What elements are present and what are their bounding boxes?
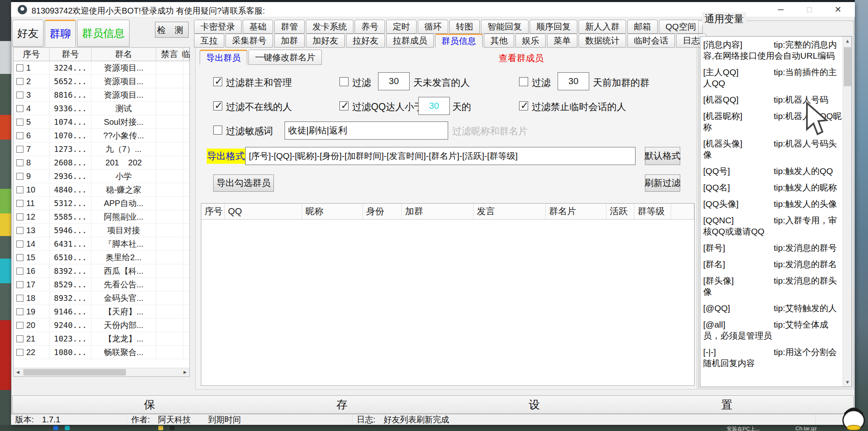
main-tab[interactable]: 群员信息 <box>435 34 483 48</box>
inner-tab[interactable]: 导出群员 <box>200 50 247 65</box>
horizontal-scrollbar[interactable]: ◄ ► <box>14 368 189 376</box>
row-checkbox[interactable] <box>16 268 23 275</box>
col-header-mute[interactable]: 禁言 <box>156 48 183 61</box>
group-row[interactable]: 15 6510... 奥里给2... <box>14 251 189 264</box>
variables-scrollbar[interactable]: ▲ ▼ <box>843 37 852 387</box>
variable-entry[interactable]: [机器头像]tip:机器人号码头像 <box>703 138 842 160</box>
left-tab[interactable]: 群聊 <box>45 20 76 47</box>
col-header-index[interactable]: 序号 <box>14 48 50 61</box>
maximize-button[interactable]: □ <box>797 2 822 17</box>
detect-button[interactable]: 检 测 <box>155 22 189 38</box>
main-tab[interactable]: 临时会话 <box>627 34 675 48</box>
mcol-active[interactable]: 活跃 <box>606 204 634 219</box>
main-tab[interactable]: 数据统计 <box>579 34 626 48</box>
scroll-up-icon[interactable]: ▲ <box>843 37 852 46</box>
group-row[interactable]: 20 9240... 天份内部... <box>14 319 189 332</box>
mcol-speak-time[interactable]: 发言 <box>474 204 546 219</box>
variable-entry[interactable]: [-|-]tip:用这个分割会随机回复内容 <box>703 346 842 369</box>
row-checkbox[interactable] <box>16 119 23 126</box>
group-row[interactable]: 22 1080... 畅联聚合... <box>14 346 189 359</box>
main-tab[interactable]: 转图 <box>449 20 480 34</box>
row-checkbox[interactable] <box>16 159 23 166</box>
left-tab[interactable]: 好友 <box>12 20 43 47</box>
row-checkbox[interactable] <box>16 254 23 261</box>
group-row[interactable]: 8 2608... 201 202 <box>14 156 189 170</box>
main-tab[interactable]: 互拉 <box>194 34 224 48</box>
row-checkbox[interactable] <box>16 92 23 99</box>
row-checkbox[interactable] <box>16 281 23 288</box>
row-checkbox[interactable] <box>16 227 23 234</box>
taskbar-icon-yellow[interactable] <box>158 426 163 430</box>
save-settings-button[interactable]: 保 存 设 置 <box>12 395 854 414</box>
row-checkbox[interactable] <box>16 105 23 112</box>
taskbar-icon-teal[interactable] <box>65 426 70 430</box>
row-checkbox[interactable] <box>16 295 23 302</box>
group-row[interactable]: 12 5585... 阿熊副业... <box>14 210 189 224</box>
group-row[interactable]: 13 5946... 项目对接 <box>14 224 189 237</box>
main-tab[interactable]: 其他 <box>484 34 514 48</box>
variable-entry[interactable]: [@QQ]tip:艾特触发的人 <box>703 303 842 314</box>
filter-sensitive-words-checkbox[interactable] <box>213 126 222 135</box>
filter-no-temp-session-checkbox[interactable] <box>519 101 528 110</box>
row-checkbox[interactable] <box>16 132 23 139</box>
main-tab[interactable]: 采集群号 <box>226 34 273 48</box>
row-checkbox[interactable] <box>16 241 23 248</box>
scrollbar-thumb[interactable] <box>844 47 851 86</box>
group-row[interactable]: 16 8392... 西瓜【科... <box>14 264 189 278</box>
variable-entry[interactable]: [QQ号]tip:触发人的QQ <box>703 165 842 177</box>
variable-entry[interactable]: [主人QQ]tip:当前插件的主人QQ <box>703 66 842 89</box>
group-row[interactable]: 7 1273... 九（7）... <box>14 142 189 156</box>
main-tab[interactable]: QQ空间 <box>659 20 703 34</box>
filter-no-speak-days-input[interactable] <box>378 72 410 90</box>
variable-entry[interactable]: [机器昵称]tip:机器人的QQ昵称 <box>703 110 842 133</box>
scroll-right-icon[interactable]: ► <box>181 368 189 376</box>
minimize-button[interactable]: ─ <box>768 2 793 17</box>
main-tab[interactable]: 智能回复 <box>481 20 529 34</box>
main-tab[interactable]: 菜单 <box>547 34 577 48</box>
group-row[interactable]: 11 5312... APP自动... <box>14 197 189 210</box>
group-row[interactable]: 1 3224... 资源项目... <box>14 61 189 75</box>
mcol-group-level[interactable]: 群等级 <box>634 204 671 219</box>
filter-owner-admin-checkbox[interactable] <box>213 77 222 86</box>
scroll-left-icon[interactable]: ◄ <box>14 368 22 376</box>
scrollbar-thumb[interactable] <box>23 369 126 376</box>
row-checkbox[interactable] <box>16 335 23 342</box>
mcol-index[interactable]: 序号 <box>201 204 225 219</box>
group-row[interactable]: 19 9146... 【天府】... <box>14 305 189 319</box>
mcol-join-time[interactable]: 加群 <box>402 204 474 219</box>
variable-entry[interactable]: [QQNC]tip:入群专用，审核QQ或邀请QQ <box>703 215 842 237</box>
variables-listbox[interactable]: [消息内容]tip:完整的消息内容,在网络接口使用会自动URL编码 [主人QQ]… <box>700 36 852 387</box>
row-checkbox[interactable] <box>16 308 23 315</box>
row-checkbox[interactable] <box>16 64 23 71</box>
variable-entry[interactable]: [机器QQ]tip:机器人号码 <box>703 94 842 105</box>
group-row[interactable]: 4 9336... 测试 <box>14 102 189 115</box>
main-tab[interactable]: 发卡系统 <box>306 20 353 34</box>
close-button[interactable]: ✕ <box>825 2 851 17</box>
variable-entry[interactable]: [QQ头像]tip:触发人的头像 <box>703 198 842 209</box>
filter-no-speak-checkbox[interactable] <box>339 77 349 86</box>
row-checkbox[interactable] <box>16 322 23 329</box>
inner-tab[interactable]: 一键修改群名片 <box>248 50 322 65</box>
col-header-group-name[interactable]: 群名 <box>91 48 156 61</box>
main-tab[interactable]: 卡密登录 <box>194 20 241 34</box>
variable-entry[interactable]: [群号]tip:发消息的群号 <box>703 242 842 253</box>
row-checkbox[interactable] <box>16 146 23 153</box>
group-row[interactable]: 21 1023... 【龙龙】... <box>14 332 189 346</box>
filter-qq-talent-checkbox[interactable] <box>339 101 349 110</box>
group-row[interactable]: 5 1074... Soul对接... <box>14 115 189 129</box>
mcol-nickname[interactable]: 昵称 <box>302 204 363 219</box>
col-header-group-id[interactable]: 群号 <box>50 48 91 61</box>
view-group-members-link[interactable]: 查看群成员 <box>499 52 544 64</box>
main-tab[interactable]: 基础 <box>243 20 273 34</box>
mcol-identity[interactable]: 身份 <box>363 204 402 219</box>
default-format-button[interactable]: 默认格式 <box>645 147 680 165</box>
filter-joined-before-checkbox[interactable] <box>519 77 528 86</box>
main-tab[interactable]: 循环 <box>418 20 448 34</box>
mcol-qq[interactable]: QQ <box>225 204 302 219</box>
main-tab[interactable]: 新人入群 <box>579 20 626 34</box>
export-format-input[interactable] <box>245 147 636 165</box>
variable-entry[interactable]: [@all]tip:艾特全体成员，必须是管理员 <box>703 319 842 341</box>
main-tab[interactable]: 拉好友 <box>346 34 385 48</box>
left-tab[interactable]: 群员信息 <box>77 20 130 47</box>
row-checkbox[interactable] <box>16 200 23 207</box>
